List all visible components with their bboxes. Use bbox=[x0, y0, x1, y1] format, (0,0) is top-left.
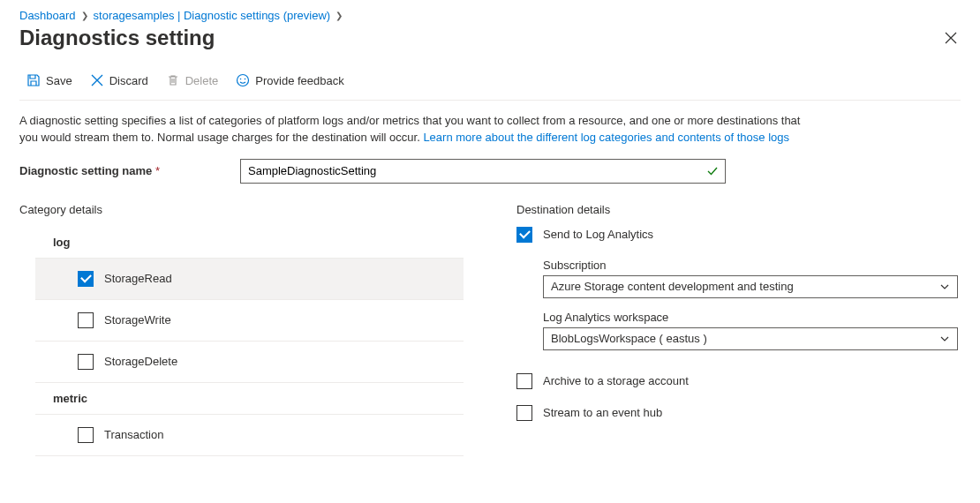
delete-button: Delete bbox=[166, 73, 219, 87]
stream-event-hub-row[interactable]: Stream to an event hub bbox=[516, 405, 961, 421]
category-details-column: Category details log StorageRead Storage… bbox=[19, 203, 464, 456]
metric-label: Transaction bbox=[104, 428, 163, 441]
check-icon bbox=[706, 165, 719, 177]
subscription-value: Azure Storage content development and te… bbox=[551, 280, 794, 293]
log-label: StorageDelete bbox=[104, 355, 177, 368]
log-storagedelete-row[interactable]: StorageDelete bbox=[35, 342, 464, 383]
discard-label: Discard bbox=[109, 74, 148, 87]
checkbox-unchecked[interactable] bbox=[516, 373, 532, 389]
feedback-button[interactable]: Provide feedback bbox=[236, 73, 343, 87]
discard-icon bbox=[90, 73, 104, 87]
workspace-select[interactable]: BlobLogsWorkspace ( eastus ) bbox=[543, 327, 958, 350]
learn-more-link[interactable]: Learn more about the different log categ… bbox=[423, 131, 789, 144]
feedback-label: Provide feedback bbox=[255, 74, 343, 87]
log-label: StorageWrite bbox=[104, 313, 171, 327]
chevron-down-icon bbox=[939, 334, 950, 344]
discard-button[interactable]: Discard bbox=[90, 73, 148, 87]
workspace-value: BlobLogsWorkspace ( eastus ) bbox=[551, 332, 707, 345]
archive-storage-row[interactable]: Archive to a storage account bbox=[516, 373, 961, 389]
chevron-down-icon bbox=[939, 282, 950, 292]
setting-name-input[interactable] bbox=[240, 159, 726, 184]
save-button[interactable]: Save bbox=[26, 73, 72, 87]
close-icon[interactable] bbox=[941, 28, 961, 48]
metric-group-label: metric bbox=[35, 383, 464, 415]
destination-details-column: Destination details Send to Log Analytic… bbox=[516, 203, 961, 456]
send-log-analytics-row[interactable]: Send to Log Analytics bbox=[516, 227, 961, 243]
category-details-title: Category details bbox=[19, 203, 464, 216]
svg-point-1 bbox=[240, 79, 242, 80]
feedback-icon bbox=[236, 73, 250, 87]
delete-icon bbox=[166, 73, 180, 87]
log-group-label: log bbox=[35, 227, 464, 259]
log-storagewrite-row[interactable]: StorageWrite bbox=[35, 300, 464, 342]
save-icon bbox=[26, 73, 41, 87]
send-log-analytics-label: Send to Log Analytics bbox=[543, 228, 653, 241]
save-label: Save bbox=[46, 74, 72, 87]
log-storageread-row[interactable]: StorageRead bbox=[35, 259, 464, 300]
destination-details-title: Destination details bbox=[516, 203, 961, 216]
svg-point-2 bbox=[245, 79, 246, 80]
checkbox-unchecked[interactable] bbox=[516, 405, 532, 421]
checkbox-checked[interactable] bbox=[78, 271, 94, 287]
setting-name-label: Diagnostic setting name * bbox=[19, 164, 240, 177]
breadcrumb-link-storagesamples[interactable]: storagesamples | Diagnostic settings (pr… bbox=[94, 9, 331, 22]
log-label: StorageRead bbox=[104, 272, 172, 285]
page-title: Diagnostics setting bbox=[19, 26, 215, 50]
archive-storage-label: Archive to a storage account bbox=[543, 374, 689, 387]
description-text: A diagnostic setting specifies a list of… bbox=[19, 113, 814, 146]
chevron-right-icon: ❯ bbox=[335, 11, 343, 20]
checkbox-unchecked[interactable] bbox=[78, 312, 94, 328]
svg-point-0 bbox=[237, 75, 249, 86]
checkbox-checked[interactable] bbox=[516, 227, 532, 243]
metric-transaction-row[interactable]: Transaction bbox=[35, 415, 464, 456]
subscription-label: Subscription bbox=[543, 259, 961, 272]
toolbar: Save Discard Delete Provide feedback bbox=[19, 66, 961, 101]
workspace-label: Log Analytics workspace bbox=[543, 311, 961, 324]
breadcrumb: Dashboard ❯ storagesamples | Diagnostic … bbox=[19, 9, 961, 22]
chevron-right-icon: ❯ bbox=[81, 11, 88, 20]
stream-event-hub-label: Stream to an event hub bbox=[543, 406, 662, 419]
checkbox-unchecked[interactable] bbox=[78, 427, 94, 443]
subscription-select[interactable]: Azure Storage content development and te… bbox=[543, 275, 958, 298]
delete-label: Delete bbox=[185, 74, 219, 87]
checkbox-unchecked[interactable] bbox=[78, 354, 94, 370]
breadcrumb-link-dashboard[interactable]: Dashboard bbox=[19, 9, 76, 22]
